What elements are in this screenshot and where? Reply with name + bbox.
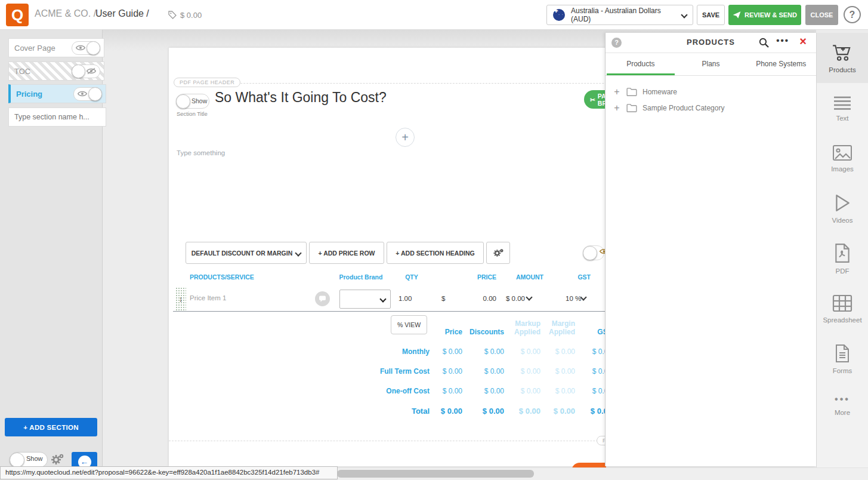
price-tag-icon [168,10,177,20]
tab-plans[interactable]: Plans [676,53,746,75]
paper-plane-icon [733,11,741,19]
summary-col-margin-applied: Margin Applied [540,319,575,336]
text-body-placeholder[interactable]: Type something [177,149,225,156]
add-content-block-button[interactable]: + [396,128,415,147]
summary-value: $ 0.00 [540,347,575,356]
summary-value: $ 0.00 [430,387,462,395]
column-header-qty: QTY [403,273,421,281]
visibility-toggle-on[interactable] [73,87,102,101]
toolbar-item-products[interactable]: Products [817,33,868,83]
sidebar-show-toggle[interactable]: Show [10,452,48,467]
toolbar-item-more[interactable]: ••• More [817,384,868,426]
visibility-toggle-on[interactable] [72,41,100,55]
toggle-knob [87,41,100,55]
amount-value[interactable]: $ 0.00 [506,295,532,302]
currency-selector[interactable]: Australia - Australian Dollars (AUD) [546,5,693,25]
quotecloud-logo[interactable]: Q [6,4,29,26]
summary-value: $ 0.00 [504,367,540,376]
add-section-heading-button[interactable]: + ADD SECTION HEADING [387,242,484,264]
toolbar-item-spreadsheet[interactable]: Spreadsheet [817,284,868,334]
summary-row-monthly: Monthly $ 0.00 $ 0.00 $ 0.00 $ 0.00 $ 0.… [376,341,612,361]
toolbar-item-pdf[interactable]: PDF [817,233,868,284]
toolbar-item-label: More [835,409,850,416]
gears-icon [492,247,504,259]
review-send-button[interactable]: REVIEW & SEND [728,5,801,25]
currency-symbol: $ [441,295,445,302]
add-section-button[interactable]: + ADD SECTION [5,418,97,436]
section-label: TOC [14,67,72,76]
add-price-row-button[interactable]: + ADD PRICE ROW [309,242,384,264]
summary-col-price: Price [430,328,462,336]
summary-row-label: Full Term Cost [376,367,430,376]
summary-value: $ 0.00 [430,347,462,356]
row-drag-handle[interactable]: ↕ [175,287,186,310]
help-button[interactable]: ? [844,6,861,23]
play-icon [833,193,851,213]
sidebar-item-toc[interactable]: TOC [8,61,104,81]
save-button[interactable]: SAVE [697,5,725,25]
visibility-toggle-off[interactable] [72,64,100,78]
sidebar-item-cover-page[interactable]: Cover Page [8,38,104,57]
cart-plus-icon [832,43,853,62]
panel-close-icon[interactable]: × [799,35,807,48]
summary-value: $ 0.00 [504,347,540,356]
tab-products[interactable]: Products [606,53,676,75]
qty-value[interactable]: 1.00 [399,295,412,302]
new-section-name-input[interactable] [8,107,106,127]
product-brand-select[interactable] [339,290,391,309]
summary-col-discounts: Discounts [462,328,504,336]
panel-more-options-icon[interactable]: ••• [776,35,789,45]
tab-phone-systems[interactable]: Phone Systems [746,53,816,75]
toggle-knob [583,246,597,260]
toolbar-item-videos[interactable]: Videos [817,183,868,233]
section-title[interactable]: So What's It Going To Cost? [215,90,387,106]
toolbar-item-label: Videos [832,217,853,224]
chevron-down-icon [295,250,302,256]
summary-value: $ 0.00 [430,367,462,376]
section-label: Pricing [16,90,73,99]
search-icon[interactable] [758,37,770,48]
summary-value: $ 0.00 [540,387,575,395]
default-discount-margin-dropdown[interactable]: DEFAULT DISCOUNT OR MARGIN [186,242,307,264]
toolbar-item-images[interactable]: Images [817,133,868,183]
eye-slash-icon [87,67,96,75]
breadcrumb-document: User Guide / [95,8,149,19]
expand-plus-icon[interactable]: + [613,103,621,113]
category-label: Sample Product Category [642,104,724,112]
toolbar-item-label: Products [829,66,855,73]
image-icon [832,144,852,161]
toolbar-item-text[interactable]: Text [817,83,868,133]
amount-text: $ 0.00 [506,295,525,302]
summary-row-label: Total [376,407,430,416]
sidebar-item-pricing[interactable]: Pricing [8,84,106,103]
gst-text: 10 % [566,295,581,302]
products-panel-tabs: Products Plans Phone Systems [606,53,816,76]
summary-value: $ 0.00 [540,407,575,416]
show-toggle-label: Show [191,97,207,104]
summary-col-markup-applied: Markup Applied [504,319,540,336]
toggle-knob [176,94,190,109]
scrollbar-thumb[interactable] [337,470,534,478]
comment-bubble-icon[interactable] [315,291,330,306]
column-header-amount: AMOUNT [512,273,548,281]
category-row-sample-product-category[interactable]: + Sample Product Category [606,100,816,116]
more-dots-icon: ••• [835,394,850,405]
chevron-down-icon [526,294,533,300]
show-toggle-label: Show [26,455,43,462]
folder-icon [626,103,637,112]
column-header-products-service: PRODUCTS/SERVICE [190,273,254,281]
price-table-settings-button[interactable] [486,242,510,264]
summary-row-total: Total $ 0.00 $ 0.00 $ 0.00 $ 0.00 $ 0.00 [376,401,612,421]
toolbar-item-label: Forms [833,367,852,374]
price-item-name[interactable]: Price Item 1 [190,294,226,301]
expand-plus-icon[interactable]: + [613,87,621,97]
gst-value[interactable]: 10 % [566,295,586,302]
dropdown-label: DEFAULT DISCOUNT OR MARGIN [191,250,293,257]
section-title-show-toggle[interactable]: Show [176,94,209,109]
toolbar-item-label: Images [831,165,854,173]
category-row-homeware[interactable]: + Homeware [606,84,816,100]
close-button[interactable]: CLOSE [805,5,838,25]
toolbar-item-forms[interactable]: Forms [817,334,868,384]
price-value[interactable]: 0.00 [461,295,496,302]
summary-row-label: Monthly [376,347,430,356]
